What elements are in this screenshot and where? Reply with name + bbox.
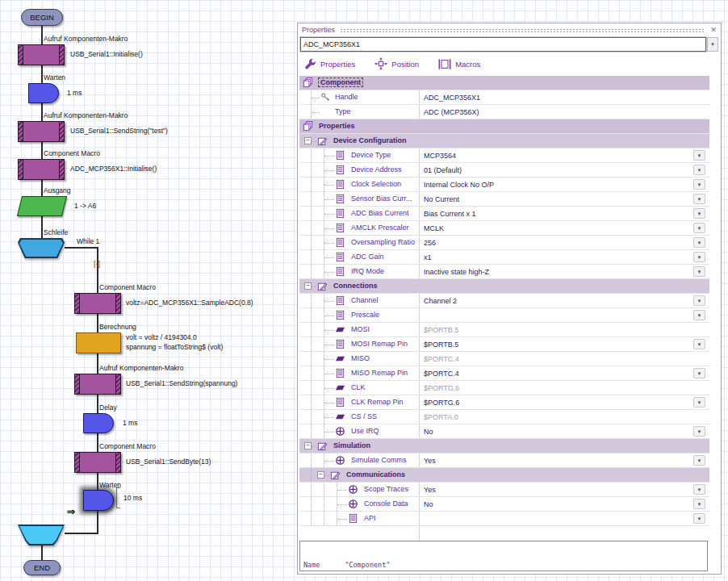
- property-row-adc-gain[interactable]: ADC Gainx1▼: [299, 250, 709, 265]
- property-value-cell[interactable]: [419, 512, 709, 525]
- property-row-prescale[interactable]: Prescale▼: [299, 308, 709, 323]
- property-value-cell[interactable]: MCP3564: [419, 148, 709, 162]
- property-row-mosi-remap-pin[interactable]: MOSI Remap Pin$PORTB.5▼: [299, 337, 709, 352]
- dropdown-button[interactable]: ▼: [693, 499, 705, 509]
- loop-end-node[interactable]: [18, 525, 65, 545]
- tab-macros[interactable]: Macros: [438, 58, 480, 70]
- macro-sendstring-spannung[interactable]: [74, 374, 121, 395]
- dropdown-button[interactable]: ▼: [693, 426, 705, 437]
- property-value-cell[interactable]: 01 (Default): [419, 163, 709, 177]
- property-value-cell[interactable]: $PORTB.5: [419, 337, 709, 351]
- property-row-miso[interactable]: MISO$PORTC.4: [299, 352, 709, 366]
- dropdown-button[interactable]: ▼: [693, 368, 705, 378]
- property-value-cell[interactable]: $PORTC.4: [419, 352, 709, 366]
- property-row-adc-bias-current[interactable]: ADC Bias CurrentBias Current x 1▼: [299, 207, 709, 221]
- property-row-clk-remap-pin[interactable]: CLK Remap Pin$PORTG.6▼: [299, 395, 709, 410]
- property-row-device-type[interactable]: Device TypeMCP3564▼: [299, 148, 709, 163]
- delay-1ms[interactable]: [83, 413, 114, 433]
- property-value-cell[interactable]: MCLK: [419, 221, 709, 235]
- tab-position[interactable]: Position: [374, 57, 419, 70]
- dropdown-button[interactable]: ▼: [693, 397, 705, 408]
- dropdown-button[interactable]: ▼: [693, 513, 705, 524]
- loop-start-node[interactable]: [18, 238, 65, 258]
- property-row-handle[interactable]: HandleADC_MCP356X1: [299, 90, 709, 105]
- header-row-device-configuration[interactable]: −Device Configuration: [299, 134, 709, 148]
- property-value-cell[interactable]: $PORTC.4: [419, 366, 709, 380]
- dropdown-button[interactable]: ▼: [693, 179, 705, 190]
- dropdown-button[interactable]: ▼: [693, 310, 705, 320]
- delay-wait-10ms-selected[interactable]: [83, 490, 114, 511]
- property-row-mosi[interactable]: MOSI$PORTB.5: [299, 323, 709, 337]
- output-node[interactable]: [17, 196, 67, 216]
- tab-properties[interactable]: Properties: [304, 58, 355, 70]
- property-row-oversampling-ratio[interactable]: Oversampling Ratio256▼: [299, 236, 709, 250]
- expander-collapse-icon[interactable]: −: [304, 442, 312, 449]
- begin-terminal[interactable]: BEGIN: [21, 9, 63, 26]
- property-row-amclk-prescaler[interactable]: AMCLK PrescalerMCLK▼: [299, 221, 709, 236]
- property-row-scope-traces[interactable]: Scope TracesYes▼: [299, 483, 709, 497]
- expander-collapse-icon[interactable]: −: [304, 137, 312, 144]
- macro-sendstring-test[interactable]: [18, 121, 65, 142]
- header-row-component[interactable]: Component: [299, 76, 709, 90]
- collapse-toggle[interactable]: [-]: [94, 260, 100, 268]
- calculation-node[interactable]: [76, 332, 121, 353]
- dropdown-button[interactable]: ▼: [693, 150, 705, 161]
- end-terminal[interactable]: END: [23, 560, 61, 575]
- property-row-miso-remap-pin[interactable]: MISO Remap Pin$PORTC.4▼: [299, 366, 709, 381]
- property-value-cell[interactable]: Yes: [419, 454, 709, 467]
- dropdown-button[interactable]: ▼: [693, 339, 705, 349]
- property-row-cs-ss[interactable]: CS / SS$PORTA.0: [299, 410, 709, 424]
- chevron-down-icon[interactable]: ▼: [707, 37, 718, 52]
- property-value-cell[interactable]: $PORTB.5: [419, 323, 709, 336]
- close-icon[interactable]: ✕: [710, 26, 717, 34]
- property-value-cell[interactable]: ADC_MCP356X1: [419, 90, 709, 104]
- expander-collapse-icon[interactable]: −: [317, 471, 324, 479]
- dropdown-button[interactable]: ▼: [693, 252, 705, 262]
- property-row-clk[interactable]: CLK$PORTG.6: [299, 381, 709, 395]
- property-value-cell[interactable]: [419, 308, 709, 322]
- macro-usb-initialise[interactable]: [18, 44, 65, 65]
- component-select-input[interactable]: [300, 37, 706, 52]
- property-value-cell[interactable]: 256: [419, 236, 709, 249]
- property-row-api[interactable]: API▼: [299, 512, 709, 526]
- dropdown-button[interactable]: ▼: [693, 455, 705, 466]
- dropdown-button[interactable]: ▼: [693, 237, 705, 248]
- property-row-irq-mode[interactable]: IRQ ModeInactive state high-Z▼: [299, 265, 709, 279]
- property-value-cell[interactable]: Yes: [419, 483, 709, 496]
- property-value-cell[interactable]: $PORTA.0: [419, 410, 709, 424]
- dropdown-button[interactable]: ▼: [693, 266, 705, 277]
- dropdown-button[interactable]: ▼: [693, 208, 705, 219]
- property-value-cell[interactable]: No: [419, 424, 709, 438]
- header-row-connections[interactable]: −Connections: [299, 279, 709, 294]
- dropdown-button[interactable]: ▼: [693, 194, 705, 204]
- property-value-cell[interactable]: Internal Clock No O/P: [419, 178, 709, 191]
- property-value-cell[interactable]: Bias Current x 1: [419, 207, 709, 220]
- title-bar-dots[interactable]: [340, 28, 705, 33]
- property-row-simulate-comms[interactable]: Simulate CommsYes▼: [299, 454, 709, 468]
- property-value-cell[interactable]: x1: [419, 250, 709, 264]
- delay-wait-1ms[interactable]: [28, 83, 59, 103]
- property-row-channel[interactable]: ChannelChannel 2▼: [299, 294, 709, 308]
- property-value-cell[interactable]: $PORTG.6: [419, 381, 709, 395]
- dropdown-button[interactable]: ▼: [693, 165, 705, 175]
- macro-sample-adc[interactable]: [74, 293, 121, 314]
- property-value-cell[interactable]: ADC (MCP356X): [419, 105, 709, 119]
- property-value-cell[interactable]: $PORTG.6: [419, 395, 709, 409]
- property-row-use-irq[interactable]: Use IRQNo▼: [299, 424, 709, 439]
- property-value-cell[interactable]: Inactive state high-Z: [419, 265, 709, 278]
- dropdown-button[interactable]: ▼: [693, 223, 705, 233]
- macro-adc-initialise[interactable]: [18, 159, 65, 180]
- header-row-simulation[interactable]: −Simulation: [299, 439, 709, 454]
- property-value-cell[interactable]: No: [419, 497, 709, 511]
- property-row-clock-selection[interactable]: Clock SelectionInternal Clock No O/P▼: [299, 178, 709, 192]
- header-row-properties[interactable]: Properties: [299, 119, 709, 134]
- macro-sendbyte[interactable]: [74, 452, 121, 473]
- property-row-device-address[interactable]: Device Address01 (Default)▼: [299, 163, 709, 178]
- property-value-cell[interactable]: No Current: [419, 192, 709, 206]
- property-row-console-data[interactable]: Console DataNo▼: [299, 497, 709, 512]
- dropdown-button[interactable]: ▼: [693, 295, 705, 306]
- header-row-communications[interactable]: −Communications: [299, 468, 709, 483]
- property-value-cell[interactable]: Channel 2: [419, 294, 709, 307]
- dropdown-button[interactable]: ▼: [693, 484, 705, 495]
- property-row-type[interactable]: TypeADC (MCP356X): [299, 105, 709, 119]
